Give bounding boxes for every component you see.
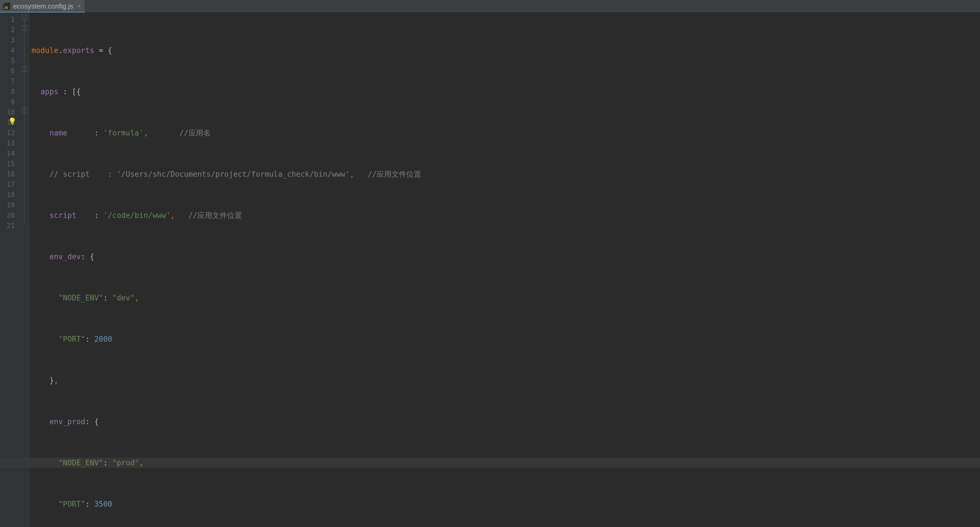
line-number: 19 [0,200,15,210]
line-number-gutter: 1 2 3 4 5 6 7 8 9 10 11 12 13 14 15 16 1… [0,13,20,527]
line-number: 12 [0,128,15,138]
code-line[interactable]: "NODE_ENV": "prod", [30,458,980,468]
line-number: 14 [0,148,15,159]
intention-bulb-icon[interactable]: 💡 [8,118,16,126]
line-number: 8 [0,86,15,97]
code-line[interactable]: script : '/code/bin/www', //应用文件位置 [30,210,980,221]
code-line[interactable]: env_prod: { [30,416,980,427]
line-number: 5 [0,56,15,66]
code-line[interactable]: module.exports = { [30,45,980,56]
fold-toggle-icon[interactable]: − [22,15,27,20]
line-number: 7 [0,76,15,86]
code-line[interactable]: "NODE_ENV": "dev", [30,293,980,303]
js-file-icon: JS [3,3,10,10]
line-number: 9 [0,97,15,107]
fold-toggle-icon[interactable]: − [22,108,27,113]
line-number: 4 [0,45,15,56]
line-number: 18 [0,189,15,200]
code-area[interactable]: module.exports = { apps : [{ name : 'for… [30,13,980,527]
fold-toggle-icon[interactable]: − [22,25,27,30]
tab-bar: JS ecosystem.config.js × [0,0,980,13]
fold-gutter: − − − − 💡 [20,13,30,527]
code-editor[interactable]: 1 2 3 4 5 6 7 8 9 10 11 12 13 14 15 16 1… [0,13,980,527]
code-line[interactable]: env_dev: { [30,252,980,262]
line-number: 10 [0,107,15,118]
line-number: 1 [0,14,15,25]
code-line[interactable]: apps : [{ [30,86,980,97]
code-line[interactable]: "PORT": 2000 [30,334,980,344]
tab-ecosystem-config[interactable]: JS ecosystem.config.js × [0,0,85,12]
code-line[interactable]: "PORT": 3500 [30,499,980,509]
code-line[interactable]: name : 'formula', //应用名 [30,128,980,138]
fold-toggle-icon[interactable]: − [22,67,27,72]
line-number: 13 [0,138,15,148]
line-number: 15 [0,159,15,169]
tab-filename: ecosystem.config.js [13,2,73,10]
line-number: 3 [0,35,15,45]
line-number: 20 [0,210,15,221]
line-number: 16 [0,169,15,179]
close-icon[interactable]: × [76,3,81,9]
code-line[interactable]: // script : '/Users/shc/Documents/projec… [30,169,980,179]
line-number: 21 [0,221,15,231]
code-line[interactable]: }, [30,375,980,385]
line-number: 17 [0,179,15,189]
line-number: 2 [0,25,15,35]
line-number: 6 [0,66,15,76]
